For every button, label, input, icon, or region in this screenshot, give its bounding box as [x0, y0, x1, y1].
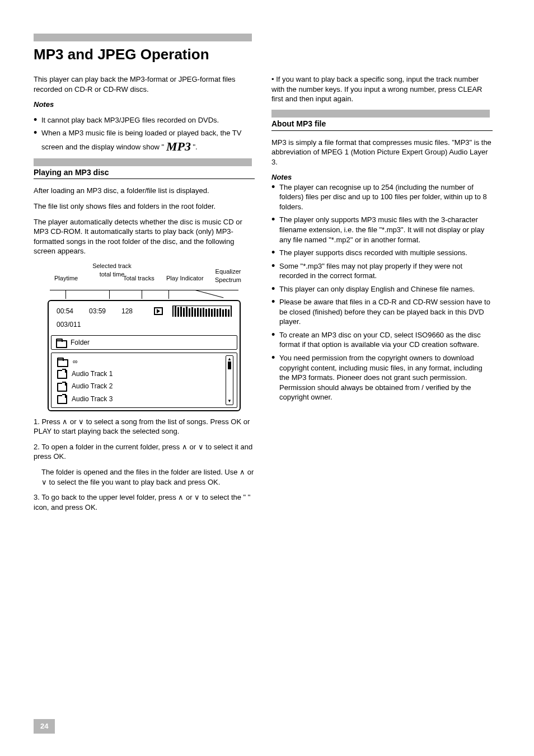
bullet-icon: •	[271, 353, 279, 361]
status-totaltracks: 128	[121, 307, 143, 316]
status-totaltime: 03:59	[89, 307, 121, 316]
note-1-text: It cannot play back MP3/JPEG files recor…	[41, 115, 255, 125]
list-item-root[interactable]: ∞	[55, 355, 222, 368]
file-icon	[57, 370, 66, 378]
rnote-1: • The player can recognise up to 254 (in…	[271, 182, 493, 212]
bullet-icon: •	[271, 261, 279, 270]
p1: After loading an MP3 disc, a folder/file…	[34, 186, 255, 196]
scroll-up-icon[interactable]: ▲	[227, 357, 232, 361]
bullet-icon: •	[271, 297, 279, 306]
bullet-icon: •	[34, 128, 41, 137]
bullet-icon: •	[271, 248, 279, 256]
note-2-text: When a MP3 music file is being loaded or…	[41, 128, 255, 154]
track-name: Audio Track 1	[72, 369, 113, 378]
label-play-indicator: Play Indicator	[166, 274, 204, 283]
bullet-icon: •	[271, 182, 279, 191]
intro-text: This player can play back the MP3-format…	[34, 74, 255, 94]
equalizer-spectrum	[172, 306, 232, 317]
file-icon	[57, 395, 66, 403]
step-2: 2. To open a folder in the current folde…	[34, 442, 255, 462]
rnote-5: • This player can only display English a…	[271, 284, 493, 294]
p3: The player automatically detects whether…	[34, 217, 255, 256]
section-heading-play-mp3: Playing an MP3 disc	[34, 158, 255, 180]
bullet-icon: •	[271, 284, 279, 293]
file-icon	[57, 383, 66, 391]
right-column: • If you want to play back a specific so…	[271, 74, 493, 518]
rnote-7: • To create an MP3 disc on your CD, sele…	[271, 330, 493, 350]
page-number: 24	[34, 719, 55, 734]
step-1: 1. Press ∧ or ∨ to select a song from th…	[34, 417, 255, 436]
connector-lines	[50, 290, 238, 300]
root-symbol: ∞	[73, 357, 78, 366]
diagram-labels: Playtime Selected track total time Total…	[48, 262, 241, 290]
rnote-8: • You need permission from the copyright…	[271, 353, 493, 402]
folder-up-icon	[57, 358, 67, 365]
rnote-4: • Some "*.mp3" files may not play proper…	[271, 261, 493, 281]
list-item[interactable]: Audio Track 2	[55, 380, 222, 392]
list-item[interactable]: Audio Track 1	[55, 368, 222, 380]
notes-heading: Notes	[271, 172, 493, 182]
note-1: • It cannot play back MP3/JPEG files rec…	[34, 115, 255, 125]
tip-text: • If you want to play back a specific so…	[271, 74, 493, 104]
track-name: Audio Track 2	[72, 382, 113, 391]
folder-icon	[56, 339, 66, 346]
page-title: MP3 and JPEG Operation	[34, 45, 500, 64]
status-playtime: 00:54	[57, 307, 89, 316]
top-gray-bar	[34, 34, 252, 41]
folder-label: Folder	[71, 338, 90, 347]
mp3-display-icon: MP3	[166, 138, 191, 155]
note-2: • When a MP3 music file is being loaded …	[34, 128, 255, 154]
label-total-tracks: Total tracks	[123, 274, 154, 283]
step-3: 3. To go back to the upper level folder,…	[34, 492, 255, 512]
notes-head: Notes	[34, 100, 255, 110]
bullet-icon: •	[271, 215, 279, 223]
left-column: This player can play back the MP3-format…	[34, 74, 255, 518]
label-playtime: Playtime	[54, 274, 78, 283]
status-track-position: 003/011	[57, 320, 232, 329]
section-heading-about-mp3: About MP3 file	[271, 110, 493, 131]
player-status-area: 00:54 03:59 128	[51, 303, 237, 332]
step-2b: The folder is opened and the files in th…	[34, 467, 255, 487]
rnote-6: • Please be aware that files in a CD-R a…	[271, 297, 493, 327]
current-folder-bar: Folder	[51, 335, 237, 350]
about-mp3-desc: MP3 is simply a file format that compres…	[271, 138, 493, 167]
scroll-thumb[interactable]	[228, 361, 231, 369]
play-indicator-icon	[154, 307, 163, 315]
mp3-player-diagram: Playtime Selected track total time Total…	[48, 262, 241, 411]
file-list-box: ∞ Audio Track 1 Audio Track 2	[51, 353, 237, 408]
rnote-3: • The player supports discs recorded wit…	[271, 248, 493, 258]
list-item[interactable]: Audio Track 3	[55, 393, 222, 405]
bullet-icon: •	[271, 330, 279, 339]
scroll-down-icon[interactable]: ▼	[227, 399, 232, 403]
label-equalizer: Equalizer Spectrum	[213, 267, 243, 284]
track-name: Audio Track 3	[72, 395, 113, 403]
player-frame: 00:54 03:59 128	[48, 300, 241, 411]
list-scrollbar[interactable]: ▲ ▼	[226, 355, 233, 405]
rnote-2: • The player only supports MP3 music fil…	[271, 215, 493, 245]
p2: The file list only shows files and folde…	[34, 201, 255, 212]
bullet-icon: •	[34, 115, 41, 124]
